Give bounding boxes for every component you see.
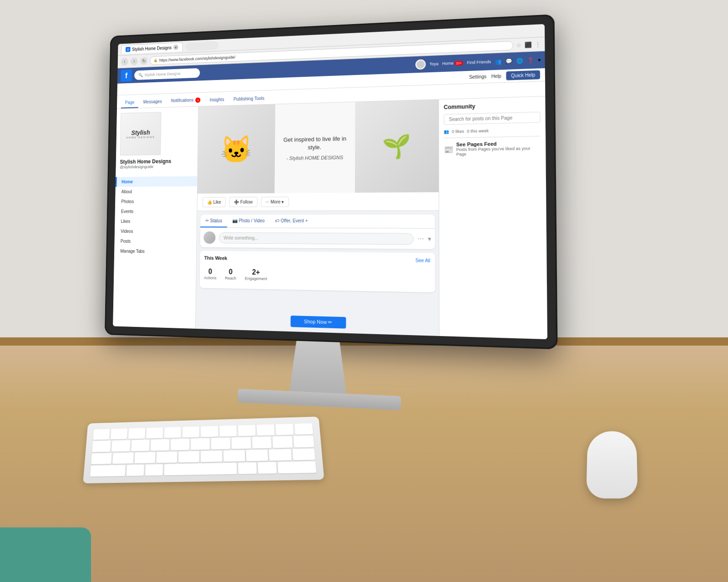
url-text: https://www.facebook.com/stylishdesigngu… bbox=[159, 55, 235, 62]
refresh-button[interactable]: ↻ bbox=[140, 57, 147, 65]
search-text: Stylish Home Designs bbox=[144, 71, 180, 77]
composer-tab-photo-video[interactable]: 📷 Photo / Video bbox=[227, 215, 270, 228]
facebook-logo: f bbox=[121, 70, 132, 82]
tab-title: Stylish Home Designs bbox=[132, 45, 172, 51]
notification-count: 4 bbox=[195, 97, 200, 103]
search-icon: 🔍 bbox=[138, 73, 143, 77]
key bbox=[171, 439, 189, 450]
pages-feed-subtitle: Posts from Pages you've liked as your Pa… bbox=[456, 146, 541, 157]
key bbox=[191, 438, 210, 450]
key bbox=[182, 426, 199, 438]
composer-tab-offer-event[interactable]: 🏷 Offer, Event + bbox=[270, 215, 313, 228]
composer-text-input[interactable]: Write something... bbox=[219, 232, 414, 244]
composer-input-row: Write something... ⋯ ▾ bbox=[200, 228, 435, 249]
messenger-icon: 💬 bbox=[506, 58, 512, 64]
key bbox=[246, 449, 268, 461]
page-action-buttons: 👍 Like ➕ Follow ··· More ▾ Shop Now ✏ bbox=[197, 192, 439, 211]
community-title: Community bbox=[444, 101, 540, 110]
cover-photo-area: 🐱 Get inspired to live life in style. - … bbox=[197, 100, 439, 194]
page-nav-page[interactable]: Page bbox=[121, 97, 139, 109]
sidebar-item-posts[interactable]: Posts bbox=[114, 236, 196, 246]
key bbox=[275, 424, 293, 435]
cover-quote-attribution: - Stylish HOME DESIGNS bbox=[286, 155, 343, 161]
back-button[interactable]: ‹ bbox=[121, 58, 128, 65]
key bbox=[111, 428, 127, 439]
key bbox=[201, 426, 218, 437]
imac-screen-frame: f Stylish Home Designs × ‹ › ↻ 🔒 https:/… bbox=[105, 14, 558, 349]
likes-count: 0 likes bbox=[452, 129, 464, 134]
sidebar-item-about[interactable]: About bbox=[115, 186, 197, 196]
settings-button[interactable]: Settings bbox=[469, 74, 486, 80]
sidebar-item-likes[interactable]: Likes bbox=[115, 216, 197, 226]
stat-item: 0 Actions bbox=[204, 268, 217, 281]
key bbox=[145, 464, 163, 476]
teal-chair-element bbox=[0, 527, 91, 582]
key-return bbox=[278, 461, 316, 473]
composer-expand-icon: ▾ bbox=[428, 235, 431, 242]
pages-feed-section: 📰 See Pages Feed Posts from Pages you've… bbox=[444, 136, 541, 157]
this-week-title: This Week bbox=[204, 255, 228, 261]
key bbox=[178, 451, 199, 462]
community-stats: 👥 0 likes 0 this week bbox=[444, 127, 541, 134]
page-logo: Stylish HOME DESIGNS bbox=[120, 112, 162, 156]
cover-cat-image: 🐱 bbox=[197, 104, 275, 193]
shop-now-button[interactable]: Shop Now ✏ bbox=[291, 316, 346, 329]
composer-tab-bar: ✏ Status 📷 Photo / Video 🏷 Offer, Event … bbox=[200, 215, 435, 229]
cover-plant-image: 🌱 bbox=[355, 100, 439, 193]
composer-placeholder: Write something... bbox=[223, 235, 258, 240]
page-nav-insights[interactable]: Insights bbox=[205, 95, 228, 106]
key bbox=[92, 441, 111, 452]
page-nav-notifications[interactable]: Notifications 4 bbox=[167, 95, 204, 107]
quick-help-button[interactable]: Quick Help bbox=[506, 70, 540, 80]
key bbox=[146, 427, 163, 438]
imac-computer: f Stylish Home Designs × ‹ › ↻ 🔒 https:/… bbox=[103, 13, 584, 425]
page-nav-publishing[interactable]: Publishing Tools bbox=[229, 93, 269, 105]
this-week-header: This Week See All bbox=[204, 255, 430, 263]
follow-button[interactable]: ➕ Follow bbox=[229, 197, 257, 207]
sidebar-item-manage-tabs[interactable]: Manage Tabs bbox=[114, 246, 197, 257]
key bbox=[238, 462, 257, 474]
user-avatar bbox=[415, 59, 426, 70]
pages-feed-icon: 📰 bbox=[444, 145, 453, 154]
sidebar-item-videos[interactable]: Videos bbox=[115, 226, 197, 237]
key bbox=[201, 450, 222, 462]
stat-label: Actions bbox=[204, 276, 217, 280]
key bbox=[128, 428, 145, 439]
extensions-icon: ⬛ bbox=[525, 41, 532, 48]
key bbox=[238, 425, 256, 436]
like-button[interactable]: 👍 Like bbox=[202, 197, 226, 207]
sidebar-item-home[interactable]: Home bbox=[116, 176, 197, 187]
new-tab-area bbox=[185, 41, 218, 51]
tab-close-button[interactable]: × bbox=[173, 45, 178, 50]
key bbox=[134, 452, 155, 463]
community-search-input[interactable] bbox=[444, 112, 541, 125]
right-sidebar: Community 👥 0 likes 0 this week 📰 See bbox=[439, 96, 547, 339]
browser-tab-active[interactable]: f Stylish Home Designs × bbox=[121, 42, 183, 54]
help-button[interactable]: Help bbox=[491, 74, 501, 79]
page-nav-messages[interactable]: Messages bbox=[139, 96, 166, 108]
see-all-link[interactable]: See All bbox=[415, 258, 430, 263]
sidebar-item-events[interactable]: Events bbox=[115, 206, 197, 216]
nav-home[interactable]: Home 20+ bbox=[442, 60, 463, 66]
globe-icon: 🌐 bbox=[516, 57, 523, 64]
left-sidebar: Stylish HOME DESIGNS Stylish Home Design… bbox=[113, 106, 198, 328]
keyboard bbox=[83, 416, 324, 483]
facebook-search-bar[interactable]: 🔍 Stylish Home Designs bbox=[134, 68, 200, 80]
main-feed-content: 🐱 Get inspired to live life in style. - … bbox=[196, 100, 439, 336]
mouse bbox=[586, 431, 638, 498]
help-icon: ❓ bbox=[527, 57, 534, 64]
key-space bbox=[164, 462, 237, 475]
sidebar-item-photos[interactable]: Photos bbox=[115, 196, 197, 207]
star-icon: ☆ bbox=[516, 42, 521, 49]
page-identity: Stylish HOME DESIGNS Stylish Home Design… bbox=[116, 106, 198, 173]
browser-window: f Stylish Home Designs × ‹ › ↻ 🔒 https:/… bbox=[113, 24, 547, 339]
more-button[interactable]: ··· More ▾ bbox=[261, 197, 288, 207]
key bbox=[219, 426, 237, 437]
menu-icon: ⋮ bbox=[535, 41, 541, 48]
key bbox=[223, 450, 245, 462]
nav-find-friends[interactable]: Find Friends bbox=[467, 60, 491, 65]
forward-button[interactable]: › bbox=[131, 57, 138, 65]
key bbox=[112, 452, 133, 464]
composer-tab-status[interactable]: ✏ Status bbox=[200, 215, 227, 227]
people-stats-icon: 👥 bbox=[444, 129, 449, 134]
